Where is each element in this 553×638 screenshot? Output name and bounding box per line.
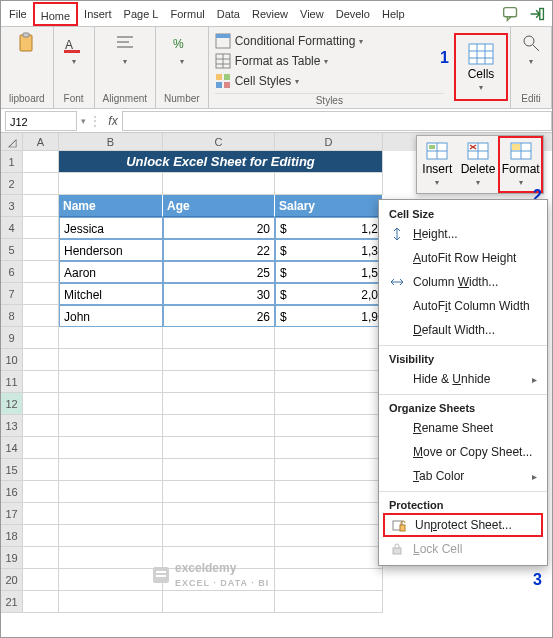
format-as-table-button[interactable]: Format as Table▾	[215, 51, 444, 71]
name-box[interactable]: J12	[5, 111, 77, 131]
row-header[interactable]: 7	[1, 283, 23, 305]
menu-default-width[interactable]: Default Width...	[379, 318, 547, 342]
cell[interactable]	[23, 459, 59, 481]
cell[interactable]	[23, 327, 59, 349]
formula-bar[interactable]	[122, 111, 552, 131]
cell[interactable]	[23, 239, 59, 261]
tab-file[interactable]: File	[3, 2, 33, 26]
cell[interactable]	[275, 415, 383, 437]
cell-name[interactable]: Henderson	[59, 239, 163, 261]
col-B[interactable]: B	[59, 133, 163, 151]
cell-salary[interactable]: $1,2	[275, 217, 383, 239]
cell[interactable]	[163, 547, 275, 569]
row-header[interactable]: 12	[1, 393, 23, 415]
tab-review[interactable]: Review	[246, 2, 294, 26]
menu-autofit-col[interactable]: AutoFit Column Width	[379, 294, 547, 318]
col-D[interactable]: D	[275, 133, 383, 151]
cell[interactable]	[59, 525, 163, 547]
row-header[interactable]: 18	[1, 525, 23, 547]
cell[interactable]	[275, 569, 383, 591]
tab-view[interactable]: View	[294, 2, 330, 26]
paste-button[interactable]	[15, 31, 39, 55]
tab-formulas[interactable]: Formul	[164, 2, 210, 26]
cell[interactable]	[163, 569, 275, 591]
cell[interactable]	[23, 415, 59, 437]
cell[interactable]	[59, 415, 163, 437]
cell-name[interactable]: John	[59, 305, 163, 327]
cell[interactable]	[23, 173, 59, 195]
cell-age[interactable]: 26	[163, 305, 275, 327]
cell[interactable]	[163, 327, 275, 349]
conditional-formatting-button[interactable]: Conditional Formatting▾	[215, 31, 444, 51]
tab-page-layout[interactable]: Page L	[118, 2, 165, 26]
cell[interactable]	[163, 371, 275, 393]
cell[interactable]	[163, 349, 275, 371]
tab-data[interactable]: Data	[211, 2, 246, 26]
cell-salary[interactable]: $1,5	[275, 261, 383, 283]
cell[interactable]	[23, 195, 59, 217]
cell[interactable]	[59, 569, 163, 591]
row-header[interactable]: 16	[1, 481, 23, 503]
cell[interactable]	[23, 371, 59, 393]
cell[interactable]	[275, 547, 383, 569]
insert-cells-button[interactable]: Insert▾	[417, 136, 458, 193]
row-header[interactable]: 11	[1, 371, 23, 393]
tab-developer[interactable]: Develo	[330, 2, 376, 26]
cell[interactable]	[23, 569, 59, 591]
cell-salary[interactable]: $1,3	[275, 239, 383, 261]
row-header[interactable]: 9	[1, 327, 23, 349]
row-header[interactable]: 6	[1, 261, 23, 283]
delete-cells-button[interactable]: Delete▾	[458, 136, 499, 193]
tab-home[interactable]: Home	[33, 2, 78, 26]
editing-button[interactable]: ▾	[519, 31, 543, 66]
row-header[interactable]: 17	[1, 503, 23, 525]
cell[interactable]	[275, 327, 383, 349]
cell[interactable]	[275, 349, 383, 371]
cell[interactable]	[59, 459, 163, 481]
cell-name[interactable]: Aaron	[59, 261, 163, 283]
row-header[interactable]: 21	[1, 591, 23, 613]
cell[interactable]	[23, 261, 59, 283]
cell[interactable]	[59, 349, 163, 371]
cell[interactable]	[275, 173, 383, 195]
cell[interactable]	[275, 591, 383, 613]
row-header[interactable]: 10	[1, 349, 23, 371]
cell[interactable]	[163, 393, 275, 415]
cell-age[interactable]: 22	[163, 239, 275, 261]
font-button[interactable]: A ▾	[62, 31, 86, 66]
menu-rename-sheet[interactable]: Rename Sheet	[379, 416, 547, 440]
cells-button[interactable]: Cells ▾	[459, 38, 503, 96]
cell[interactable]	[23, 305, 59, 327]
select-all-corner[interactable]: ◿	[1, 133, 23, 151]
cell-name[interactable]: Mitchel	[59, 283, 163, 305]
cell[interactable]	[59, 481, 163, 503]
cell-styles-button[interactable]: Cell Styles▾	[215, 71, 444, 91]
comments-icon[interactable]	[500, 3, 522, 25]
cell-salary[interactable]: $2,0	[275, 283, 383, 305]
cell[interactable]	[23, 547, 59, 569]
cell[interactable]	[163, 415, 275, 437]
table-header[interactable]: Salary	[275, 195, 383, 217]
menu-hide-unhide[interactable]: Hide & Unhide▸	[379, 367, 547, 391]
title-band[interactable]: Unlock Excel Sheet for Editing	[59, 151, 383, 173]
row-header[interactable]: 19	[1, 547, 23, 569]
alignment-button[interactable]: ▾	[113, 31, 137, 66]
cell[interactable]	[23, 591, 59, 613]
number-button[interactable]: % ▾	[170, 31, 194, 66]
row-header[interactable]: 8	[1, 305, 23, 327]
menu-row-height[interactable]: Height...	[379, 222, 547, 246]
col-A[interactable]: A	[23, 133, 59, 151]
format-cells-button[interactable]: Format▾	[498, 136, 543, 193]
row-header[interactable]: 20	[1, 569, 23, 591]
cell[interactable]	[59, 327, 163, 349]
cell[interactable]	[163, 459, 275, 481]
col-C[interactable]: C	[163, 133, 275, 151]
row-header[interactable]: 1	[1, 151, 23, 173]
cell[interactable]	[59, 371, 163, 393]
cell[interactable]	[275, 525, 383, 547]
tab-help[interactable]: Help	[376, 2, 411, 26]
menu-unprotect-sheet[interactable]: Unprotect Sheet...	[383, 513, 543, 537]
table-header[interactable]: Name	[59, 195, 163, 217]
cell[interactable]	[163, 437, 275, 459]
cell[interactable]	[275, 371, 383, 393]
